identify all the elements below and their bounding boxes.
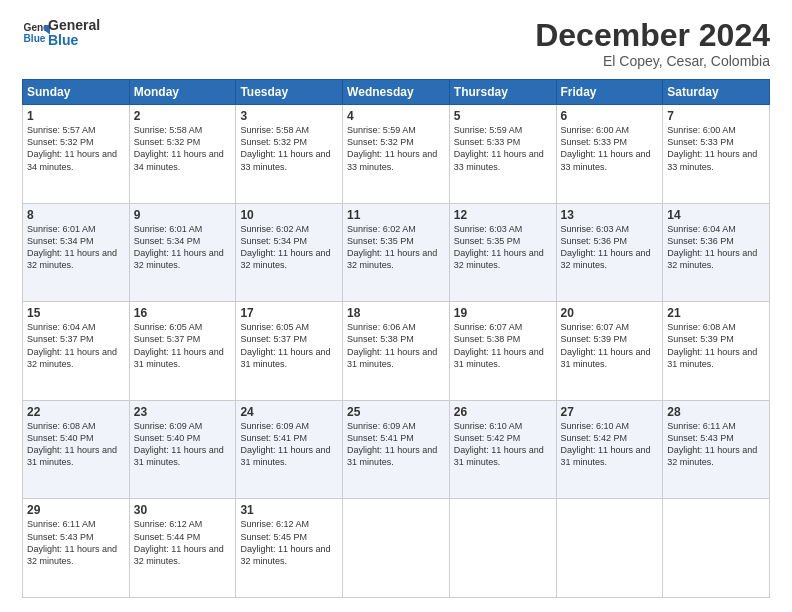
calendar-cell xyxy=(449,499,556,598)
day-number: 6 xyxy=(561,109,659,123)
calendar-cell: 9Sunrise: 6:01 AMSunset: 5:34 PMDaylight… xyxy=(129,203,236,302)
calendar-week-row: 8Sunrise: 6:01 AMSunset: 5:34 PMDaylight… xyxy=(23,203,770,302)
day-number: 19 xyxy=(454,306,552,320)
calendar-cell: 29Sunrise: 6:11 AMSunset: 5:43 PMDayligh… xyxy=(23,499,130,598)
day-number: 17 xyxy=(240,306,338,320)
day-number: 5 xyxy=(454,109,552,123)
calendar-header-cell: Tuesday xyxy=(236,80,343,105)
cell-content: Sunrise: 6:05 AMSunset: 5:37 PMDaylight:… xyxy=(134,322,224,368)
cell-content: Sunrise: 6:04 AMSunset: 5:36 PMDaylight:… xyxy=(667,224,757,270)
day-number: 10 xyxy=(240,208,338,222)
calendar-cell: 18Sunrise: 6:06 AMSunset: 5:38 PMDayligh… xyxy=(343,302,450,401)
cell-content: Sunrise: 5:57 AMSunset: 5:32 PMDaylight:… xyxy=(27,125,117,171)
calendar-header-cell: Wednesday xyxy=(343,80,450,105)
calendar-week-row: 29Sunrise: 6:11 AMSunset: 5:43 PMDayligh… xyxy=(23,499,770,598)
page: General Blue General Blue December 2024 … xyxy=(0,0,792,612)
calendar-cell: 19Sunrise: 6:07 AMSunset: 5:38 PMDayligh… xyxy=(449,302,556,401)
calendar-cell: 1Sunrise: 5:57 AMSunset: 5:32 PMDaylight… xyxy=(23,105,130,204)
calendar-cell: 2Sunrise: 5:58 AMSunset: 5:32 PMDaylight… xyxy=(129,105,236,204)
calendar-cell: 6Sunrise: 6:00 AMSunset: 5:33 PMDaylight… xyxy=(556,105,663,204)
calendar-header-cell: Friday xyxy=(556,80,663,105)
sub-title: El Copey, Cesar, Colombia xyxy=(535,53,770,69)
day-number: 12 xyxy=(454,208,552,222)
cell-content: Sunrise: 5:59 AMSunset: 5:33 PMDaylight:… xyxy=(454,125,544,171)
cell-content: Sunrise: 6:03 AMSunset: 5:35 PMDaylight:… xyxy=(454,224,544,270)
calendar-cell: 4Sunrise: 5:59 AMSunset: 5:32 PMDaylight… xyxy=(343,105,450,204)
calendar-week-row: 15Sunrise: 6:04 AMSunset: 5:37 PMDayligh… xyxy=(23,302,770,401)
day-number: 18 xyxy=(347,306,445,320)
cell-content: Sunrise: 6:01 AMSunset: 5:34 PMDaylight:… xyxy=(134,224,224,270)
calendar-cell: 21Sunrise: 6:08 AMSunset: 5:39 PMDayligh… xyxy=(663,302,770,401)
calendar-cell: 25Sunrise: 6:09 AMSunset: 5:41 PMDayligh… xyxy=(343,400,450,499)
cell-content: Sunrise: 6:10 AMSunset: 5:42 PMDaylight:… xyxy=(561,421,651,467)
calendar-week-row: 1Sunrise: 5:57 AMSunset: 5:32 PMDaylight… xyxy=(23,105,770,204)
calendar-cell: 10Sunrise: 6:02 AMSunset: 5:34 PMDayligh… xyxy=(236,203,343,302)
day-number: 7 xyxy=(667,109,765,123)
day-number: 24 xyxy=(240,405,338,419)
calendar-cell xyxy=(343,499,450,598)
cell-content: Sunrise: 5:58 AMSunset: 5:32 PMDaylight:… xyxy=(240,125,330,171)
calendar-cell: 31Sunrise: 6:12 AMSunset: 5:45 PMDayligh… xyxy=(236,499,343,598)
cell-content: Sunrise: 6:09 AMSunset: 5:40 PMDaylight:… xyxy=(134,421,224,467)
day-number: 14 xyxy=(667,208,765,222)
calendar-cell xyxy=(556,499,663,598)
cell-content: Sunrise: 6:08 AMSunset: 5:40 PMDaylight:… xyxy=(27,421,117,467)
day-number: 21 xyxy=(667,306,765,320)
calendar-cell: 27Sunrise: 6:10 AMSunset: 5:42 PMDayligh… xyxy=(556,400,663,499)
cell-content: Sunrise: 6:11 AMSunset: 5:43 PMDaylight:… xyxy=(27,519,117,565)
cell-content: Sunrise: 6:09 AMSunset: 5:41 PMDaylight:… xyxy=(240,421,330,467)
title-block: December 2024 El Copey, Cesar, Colombia xyxy=(535,18,770,69)
main-title: December 2024 xyxy=(535,18,770,53)
calendar-header-cell: Saturday xyxy=(663,80,770,105)
day-number: 3 xyxy=(240,109,338,123)
day-number: 15 xyxy=(27,306,125,320)
day-number: 13 xyxy=(561,208,659,222)
cell-content: Sunrise: 6:00 AMSunset: 5:33 PMDaylight:… xyxy=(667,125,757,171)
calendar-cell: 8Sunrise: 6:01 AMSunset: 5:34 PMDaylight… xyxy=(23,203,130,302)
calendar-cell: 17Sunrise: 6:05 AMSunset: 5:37 PMDayligh… xyxy=(236,302,343,401)
day-number: 11 xyxy=(347,208,445,222)
cell-content: Sunrise: 6:12 AMSunset: 5:45 PMDaylight:… xyxy=(240,519,330,565)
calendar-cell: 5Sunrise: 5:59 AMSunset: 5:33 PMDaylight… xyxy=(449,105,556,204)
day-number: 29 xyxy=(27,503,125,517)
header: General Blue General Blue December 2024 … xyxy=(22,18,770,69)
calendar-body: 1Sunrise: 5:57 AMSunset: 5:32 PMDaylight… xyxy=(23,105,770,598)
day-number: 31 xyxy=(240,503,338,517)
calendar-cell: 24Sunrise: 6:09 AMSunset: 5:41 PMDayligh… xyxy=(236,400,343,499)
day-number: 8 xyxy=(27,208,125,222)
calendar-header-cell: Monday xyxy=(129,80,236,105)
day-number: 27 xyxy=(561,405,659,419)
svg-text:Blue: Blue xyxy=(24,34,46,45)
calendar-week-row: 22Sunrise: 6:08 AMSunset: 5:40 PMDayligh… xyxy=(23,400,770,499)
cell-content: Sunrise: 6:04 AMSunset: 5:37 PMDaylight:… xyxy=(27,322,117,368)
calendar-header-row: SundayMondayTuesdayWednesdayThursdayFrid… xyxy=(23,80,770,105)
calendar-cell xyxy=(663,499,770,598)
cell-content: Sunrise: 6:06 AMSunset: 5:38 PMDaylight:… xyxy=(347,322,437,368)
cell-content: Sunrise: 6:02 AMSunset: 5:34 PMDaylight:… xyxy=(240,224,330,270)
logo-icon: General Blue xyxy=(22,19,50,47)
calendar-cell: 7Sunrise: 6:00 AMSunset: 5:33 PMDaylight… xyxy=(663,105,770,204)
day-number: 20 xyxy=(561,306,659,320)
day-number: 28 xyxy=(667,405,765,419)
calendar-cell: 22Sunrise: 6:08 AMSunset: 5:40 PMDayligh… xyxy=(23,400,130,499)
day-number: 4 xyxy=(347,109,445,123)
cell-content: Sunrise: 6:07 AMSunset: 5:39 PMDaylight:… xyxy=(561,322,651,368)
cell-content: Sunrise: 6:08 AMSunset: 5:39 PMDaylight:… xyxy=(667,322,757,368)
cell-content: Sunrise: 6:05 AMSunset: 5:37 PMDaylight:… xyxy=(240,322,330,368)
cell-content: Sunrise: 6:11 AMSunset: 5:43 PMDaylight:… xyxy=(667,421,757,467)
logo-line2: Blue xyxy=(48,33,100,48)
calendar-cell: 12Sunrise: 6:03 AMSunset: 5:35 PMDayligh… xyxy=(449,203,556,302)
cell-content: Sunrise: 6:12 AMSunset: 5:44 PMDaylight:… xyxy=(134,519,224,565)
calendar-cell: 23Sunrise: 6:09 AMSunset: 5:40 PMDayligh… xyxy=(129,400,236,499)
day-number: 2 xyxy=(134,109,232,123)
calendar-cell: 28Sunrise: 6:11 AMSunset: 5:43 PMDayligh… xyxy=(663,400,770,499)
day-number: 16 xyxy=(134,306,232,320)
cell-content: Sunrise: 6:10 AMSunset: 5:42 PMDaylight:… xyxy=(454,421,544,467)
calendar-cell: 20Sunrise: 6:07 AMSunset: 5:39 PMDayligh… xyxy=(556,302,663,401)
cell-content: Sunrise: 6:01 AMSunset: 5:34 PMDaylight:… xyxy=(27,224,117,270)
calendar-cell: 13Sunrise: 6:03 AMSunset: 5:36 PMDayligh… xyxy=(556,203,663,302)
cell-content: Sunrise: 6:03 AMSunset: 5:36 PMDaylight:… xyxy=(561,224,651,270)
cell-content: Sunrise: 5:58 AMSunset: 5:32 PMDaylight:… xyxy=(134,125,224,171)
day-number: 25 xyxy=(347,405,445,419)
calendar-cell: 15Sunrise: 6:04 AMSunset: 5:37 PMDayligh… xyxy=(23,302,130,401)
